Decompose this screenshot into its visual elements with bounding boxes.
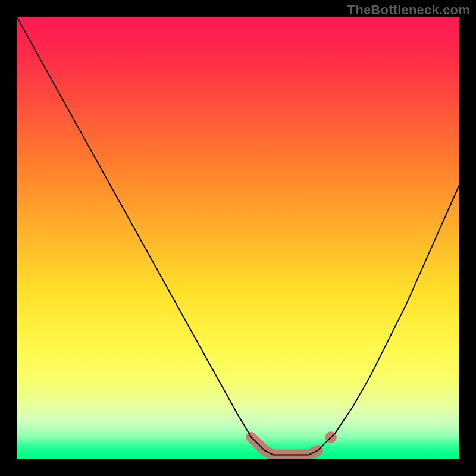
plot-area xyxy=(17,17,459,459)
chart-frame: TheBottleneck.com xyxy=(0,0,476,476)
bottleneck-curve xyxy=(17,17,459,455)
curve-layer xyxy=(17,17,459,459)
watermark-text: TheBottleneck.com xyxy=(347,2,470,18)
optimal-zone-highlight xyxy=(251,437,318,455)
